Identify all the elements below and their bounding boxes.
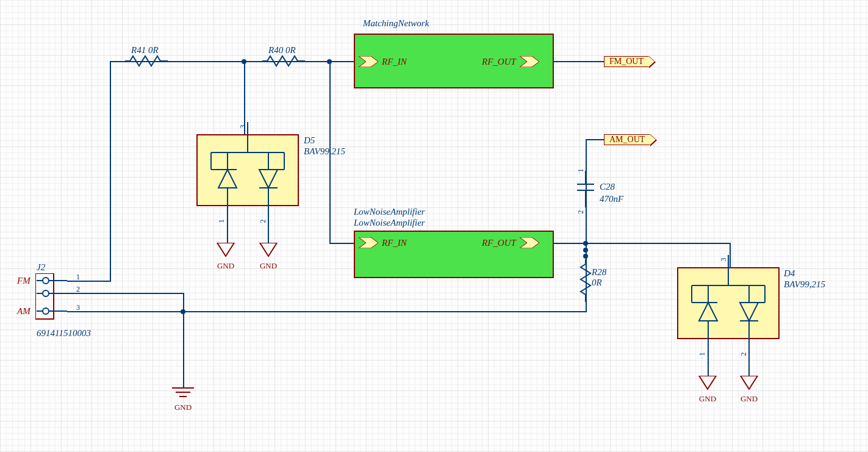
- resistor-r41: [125, 55, 168, 67]
- r28-ref: R28: [592, 267, 606, 278]
- svg-marker-24: [699, 303, 717, 321]
- svg-marker-10: [218, 170, 237, 188]
- junction: [583, 248, 588, 253]
- connector-j2[interactable]: [35, 273, 72, 322]
- d4-pin2: 2: [739, 353, 748, 356]
- lna-rf-in-port: RF_IN: [359, 237, 407, 248]
- svg-marker-30: [740, 303, 758, 321]
- d5-pin3: 3: [239, 125, 248, 129]
- net-fm-out: FM_OUT: [604, 56, 649, 67]
- svg-marker-5: [520, 56, 539, 67]
- d4-part: BAV99,215: [784, 279, 825, 290]
- svg-point-37: [43, 278, 49, 284]
- j2-pin1: 1: [76, 273, 80, 282]
- wire: [329, 243, 354, 244]
- j2-pin3: 3: [76, 303, 80, 312]
- wire: [586, 139, 604, 140]
- wire: [183, 293, 184, 387]
- svg-point-39: [43, 290, 49, 296]
- junction: [583, 254, 588, 259]
- j2-part: 691411510003: [37, 328, 91, 339]
- gnd-d5-1: GND: [213, 243, 238, 271]
- wire: [730, 243, 731, 267]
- svg-marker-16: [259, 170, 278, 188]
- r28-val: 0R: [592, 278, 602, 288]
- net-am-out: AM_OUT: [604, 134, 650, 145]
- capacitor-c28: [573, 171, 598, 207]
- d5-symbol: [196, 134, 299, 206]
- resistor-r40: [262, 55, 305, 67]
- d4-pin1: 1: [698, 353, 707, 356]
- junction: [181, 309, 185, 314]
- wire: [67, 293, 183, 294]
- schematic-canvas[interactable]: R41 0R R40 0R R28 0R C28 470nF 1 2 Match…: [0, 0, 868, 452]
- gnd-d5-2: GND: [256, 243, 281, 271]
- d5-pin2: 2: [259, 220, 268, 223]
- gnd-d4-2: GND: [737, 376, 761, 404]
- svg-marker-6: [359, 237, 378, 248]
- svg-point-41: [43, 308, 49, 314]
- c28-ref: C28: [600, 182, 615, 192]
- lna-title2: LowNoiseAmplifier: [354, 218, 425, 228]
- wire: [67, 281, 111, 282]
- svg-marker-47: [260, 243, 277, 256]
- svg-marker-4: [359, 56, 378, 67]
- gnd-chassis: GND: [170, 386, 196, 412]
- d4-symbol: [677, 267, 780, 339]
- junction: [327, 59, 332, 64]
- d5-pin1: 1: [217, 220, 226, 223]
- wire: [227, 206, 228, 243]
- wire: [244, 61, 245, 134]
- svg-marker-48: [699, 376, 716, 389]
- wire: [748, 339, 750, 376]
- svg-marker-46: [217, 243, 234, 256]
- matching-title: MatchingNetwork: [363, 18, 429, 29]
- c28-val: 470nF: [600, 194, 623, 204]
- d4-pin3: 3: [719, 258, 728, 262]
- resistor-r28: [579, 259, 592, 302]
- matching-rf-out-port: RF_OUT: [482, 56, 539, 67]
- lna-title1: LowNoiseAmplifier: [354, 207, 425, 217]
- c28-pin1: 1: [576, 169, 586, 173]
- wire: [67, 311, 586, 312]
- matching-rf-in-port: RF_IN: [359, 56, 407, 67]
- wire: [554, 61, 606, 62]
- svg-marker-49: [741, 376, 758, 389]
- wire: [554, 243, 731, 244]
- wire: [110, 61, 111, 281]
- wire: [268, 206, 269, 243]
- svg-marker-7: [520, 237, 539, 248]
- wire: [708, 339, 709, 376]
- r41-ref: R41 0R: [131, 45, 159, 56]
- lna-rf-out-port: RF_OUT: [482, 237, 539, 248]
- j2-ref: J2: [37, 262, 45, 273]
- j2-fm: FM: [17, 276, 30, 286]
- junction: [242, 59, 246, 64]
- d5-part: BAV99,215: [304, 146, 345, 157]
- junction: [583, 241, 588, 246]
- gnd-d4-1: GND: [695, 376, 720, 404]
- c28-pin2: 2: [576, 210, 586, 214]
- d5-ref: D5: [304, 135, 315, 146]
- d4-ref: D4: [784, 268, 795, 279]
- j2-pin2: 2: [76, 285, 80, 294]
- j2-am: AM: [17, 306, 30, 317]
- r40-ref: R40 0R: [268, 45, 296, 56]
